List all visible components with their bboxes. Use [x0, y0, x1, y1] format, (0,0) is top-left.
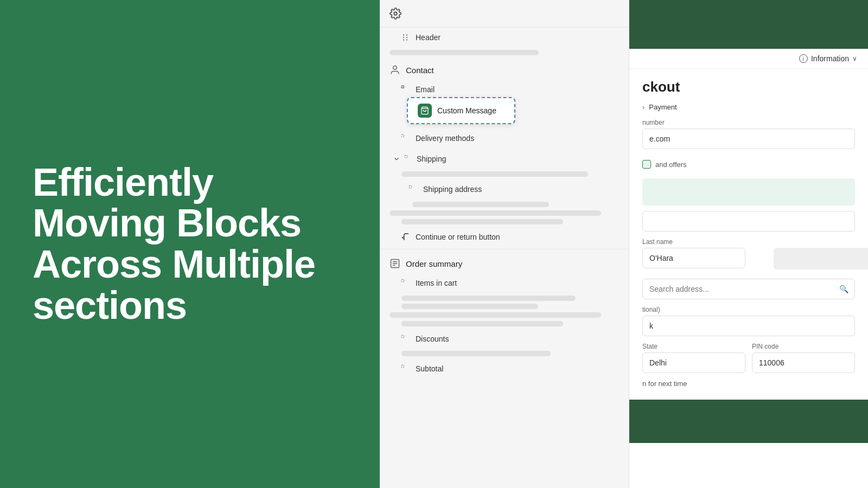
state-select[interactable]: Delhi	[642, 352, 745, 373]
country-select[interactable]	[642, 211, 855, 232]
return-icon	[400, 232, 410, 242]
info-label[interactable]: Information	[811, 54, 849, 63]
state-col: State Delhi	[642, 343, 745, 373]
breadcrumb: › Payment	[629, 100, 868, 119]
pincode-input[interactable]	[752, 352, 855, 373]
contact-section: Contact Email	[380, 58, 629, 127]
svg-rect-12	[409, 185, 412, 188]
shipping-skel-1	[401, 171, 588, 177]
pincode-col: PIN code	[752, 343, 855, 373]
save-info-row: n for next time	[629, 373, 868, 394]
svg-point-3	[403, 37, 404, 38]
email-row: number	[642, 119, 855, 149]
header-label: Header	[416, 33, 441, 42]
subtotal-label: Subtotal	[416, 364, 443, 373]
info-chevron-icon[interactable]: ∨	[852, 55, 857, 62]
address-label: tional)	[642, 306, 855, 313]
svg-point-4	[406, 37, 407, 38]
svg-point-7	[393, 66, 397, 70]
address-optional-row: tional)	[642, 306, 855, 336]
shipping-label: Shipping	[417, 155, 446, 163]
svg-point-2	[406, 35, 407, 36]
headline: Efficiently Moving Blocks Across Multipl…	[33, 162, 347, 326]
divider-1	[380, 249, 629, 249]
gear-icon[interactable]	[390, 8, 401, 20]
shipping-skel-4	[401, 219, 563, 224]
continue-section: Continue or return button	[380, 227, 629, 247]
items-skel-2	[401, 304, 538, 309]
address-input[interactable]	[642, 316, 855, 336]
info-circle-icon: i	[799, 54, 808, 63]
continue-tree-item[interactable]: Continue or return button	[380, 227, 629, 247]
custom-message-label: Custom Message	[437, 106, 496, 115]
right-top-bar	[629, 0, 868, 49]
subtotal-item[interactable]: Subtotal	[380, 359, 629, 378]
right-bottom-bar	[629, 400, 868, 443]
items-in-cart-item[interactable]: Items in cart	[380, 273, 629, 293]
svg-rect-18	[401, 335, 404, 338]
email-input[interactable]	[642, 129, 855, 149]
shipping-section: Shipping Shipping address	[380, 149, 629, 224]
custom-msg-icon	[418, 104, 432, 118]
save-info-label: n for next time	[642, 380, 687, 388]
offers-checkbox[interactable]	[642, 160, 651, 169]
breadcrumb-sep: ›	[642, 103, 644, 111]
delivery-bracket-icon	[400, 133, 410, 143]
delivery-section: Delivery methods	[380, 129, 629, 148]
header-tree-item[interactable]: Header	[380, 28, 629, 47]
left-panel: Efficiently Moving Blocks Across Multipl…	[0, 0, 380, 488]
header-skeleton-1	[390, 50, 539, 55]
shipping-chevron-icon	[393, 155, 400, 163]
shipping-skel-2	[412, 202, 549, 207]
drag-icon	[400, 33, 410, 42]
list-icon	[390, 258, 400, 269]
items-bracket-icon	[400, 278, 410, 288]
last-name-label: Last name	[642, 238, 745, 246]
shipping-header-row[interactable]: Shipping	[380, 149, 629, 169]
order-summary-label: Order summary	[406, 259, 462, 268]
name-row: Last name	[642, 238, 855, 272]
address-search-input[interactable]	[642, 279, 855, 299]
custom-message-popup[interactable]: Custom Message	[407, 97, 515, 124]
shipping-address-label: Shipping address	[423, 185, 482, 194]
breadcrumb-payment[interactable]: Payment	[649, 103, 676, 111]
email-label: Email	[416, 85, 435, 94]
svg-rect-17	[401, 279, 404, 282]
svg-point-0	[394, 12, 397, 15]
contact-label: Contact	[406, 66, 434, 75]
green-highlight-area	[642, 178, 855, 206]
discounts-label: Discounts	[416, 335, 449, 343]
email-tree-item[interactable]: Email	[380, 80, 629, 99]
order-summary-section: Order summary Items in cart Discounts	[380, 252, 629, 378]
select-row	[642, 211, 855, 232]
last-name-input[interactable]	[642, 248, 745, 268]
svg-point-6	[406, 40, 407, 41]
items-skel-1	[401, 296, 576, 301]
svg-rect-10	[401, 134, 404, 137]
items-skel-4	[401, 321, 563, 326]
discounts-item[interactable]: Discounts	[380, 329, 629, 349]
disc-skel-1	[401, 351, 551, 356]
search-icon: 🔍	[839, 285, 848, 293]
email-bracket-icon	[400, 85, 410, 94]
items-skel-3	[390, 312, 601, 318]
delivery-label: Delivery methods	[416, 134, 474, 143]
order-summary-header: Order summary	[380, 252, 629, 273]
shipping-addr-bracket-icon	[408, 184, 418, 194]
contact-header: Contact	[380, 58, 629, 80]
svg-point-5	[403, 40, 404, 41]
right-panel: i Information ∨ ckout › Payment number a…	[629, 0, 868, 488]
state-pin-row: State Delhi PIN code	[642, 343, 855, 373]
first-name-skeleton	[774, 248, 868, 269]
pincode-label: PIN code	[752, 343, 855, 350]
shipping-address-item[interactable]: Shipping address	[380, 179, 629, 199]
right-info-bar: i Information ∨	[629, 49, 868, 69]
checkout-title: ckout	[629, 69, 868, 100]
email-form-label: number	[642, 119, 855, 126]
delivery-tree-item[interactable]: Delivery methods	[380, 129, 629, 148]
shipping-bracket-icon	[404, 154, 413, 164]
offers-label: and offers	[655, 160, 687, 169]
subtotal-bracket-icon	[400, 364, 410, 374]
svg-rect-11	[405, 155, 407, 158]
toolbar-row	[380, 0, 629, 28]
